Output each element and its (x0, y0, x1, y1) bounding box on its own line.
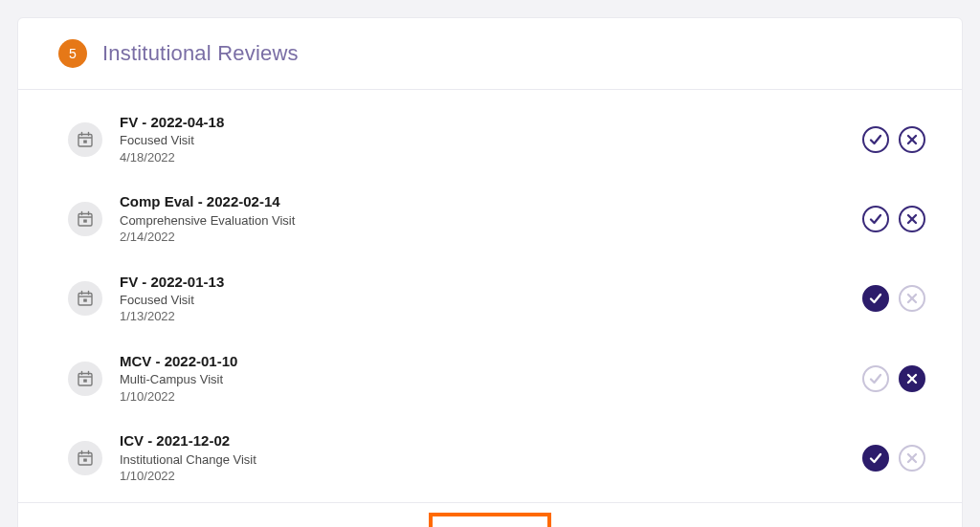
review-actions (862, 445, 931, 472)
review-text: Comp Eval - 2022-02-14 Comprehensive Eva… (102, 192, 862, 245)
calendar-icon (68, 281, 102, 316)
review-subtitle: Focused Visit (120, 292, 862, 309)
review-row: ICV - 2021-12-02 Institutional Change Vi… (68, 418, 941, 497)
review-subtitle: Focused Visit (120, 132, 862, 149)
view-all-highlight: View All (429, 513, 551, 527)
review-text: FV - 2022-01-13 Focused Visit 1/13/2022 (102, 273, 862, 325)
review-actions (862, 206, 931, 232)
review-row: MCV - 2022-01-10 Multi-Campus Visit 1/10… (68, 339, 941, 418)
review-text: FV - 2022-04-18 Focused Visit 4/18/2022 (102, 113, 862, 165)
approve-button[interactable] (862, 206, 889, 232)
approve-button[interactable] (862, 285, 889, 312)
review-text: MCV - 2022-01-10 Multi-Campus Visit 1/10… (102, 352, 862, 405)
approve-button[interactable] (862, 126, 889, 153)
card-title: Institutional Reviews (102, 41, 299, 66)
card-header: 5 Institutional Reviews (18, 18, 962, 90)
review-date: 1/13/2022 (120, 308, 862, 325)
reviews-list: FV - 2022-04-18 Focused Visit 4/18/2022 … (18, 90, 962, 502)
review-title: FV - 2022-01-13 (120, 273, 862, 292)
review-row: Comp Eval - 2022-02-14 Comprehensive Eva… (68, 179, 941, 258)
reject-button (899, 445, 925, 472)
step-badge: 5 (58, 39, 87, 68)
review-actions (862, 365, 931, 392)
approve-button[interactable] (862, 445, 889, 472)
review-subtitle: Institutional Change Visit (120, 451, 862, 469)
approve-button (862, 365, 889, 392)
reject-button[interactable] (899, 206, 925, 232)
view-all-button[interactable]: View All (434, 518, 546, 527)
reject-button[interactable] (899, 365, 925, 392)
review-date: 1/10/2022 (120, 388, 862, 406)
reviews-card: 5 Institutional Reviews FV - 2022-04-18 … (17, 17, 963, 527)
review-row: FV - 2022-01-13 Focused Visit 1/13/2022 (68, 259, 941, 339)
review-actions (862, 285, 931, 312)
calendar-icon (68, 202, 102, 236)
review-subtitle: Comprehensive Evaluation Visit (120, 212, 862, 230)
review-title: ICV - 2021-12-02 (120, 431, 862, 450)
review-text: ICV - 2021-12-02 Institutional Change Vi… (102, 431, 862, 484)
review-row: FV - 2022-04-18 Focused Visit 4/18/2022 (68, 99, 941, 179)
review-title: Comp Eval - 2022-02-14 (120, 192, 862, 211)
card-footer: View All (18, 502, 962, 527)
review-actions (862, 126, 931, 153)
review-subtitle: Multi-Campus Visit (120, 371, 862, 388)
review-date: 1/10/2022 (120, 468, 862, 485)
calendar-icon (68, 122, 102, 157)
review-title: FV - 2022-04-18 (120, 113, 862, 132)
review-date: 2/14/2022 (120, 229, 862, 246)
review-date: 4/18/2022 (120, 149, 862, 166)
reject-button[interactable] (899, 126, 925, 153)
calendar-icon (68, 362, 102, 396)
review-title: MCV - 2022-01-10 (120, 352, 862, 371)
calendar-icon (68, 441, 102, 475)
reject-button (899, 285, 925, 312)
